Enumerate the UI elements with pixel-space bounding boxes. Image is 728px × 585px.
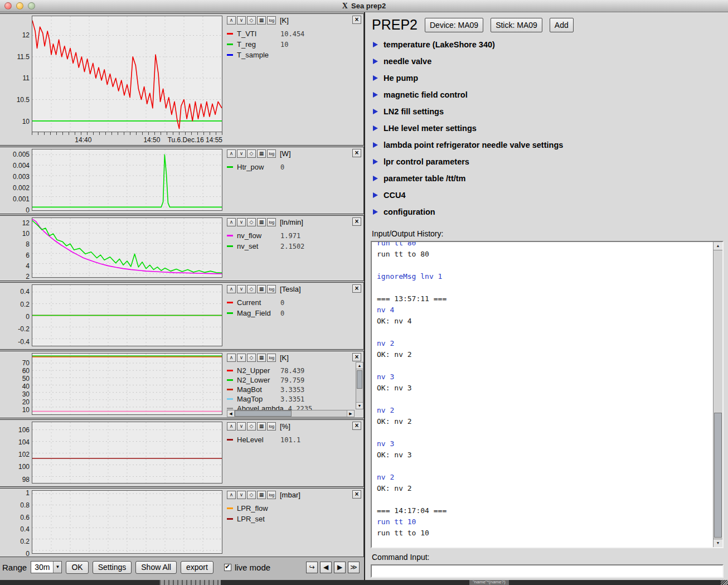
plot-area-heater[interactable]: [32, 149, 222, 211]
autoscale-icon[interactable]: ◇: [247, 285, 256, 293]
shift-down-icon[interactable]: ∨: [237, 16, 246, 25]
plot-area-temperature[interactable]: [32, 16, 222, 132]
close-chart-icon[interactable]: ×: [352, 149, 361, 157]
plot-area-he-level[interactable]: [32, 422, 222, 484]
scroll-up-icon[interactable]: ▲: [714, 242, 722, 250]
scroll-up-icon[interactable]: ▲: [356, 362, 363, 369]
range-select[interactable]: 30m ▼: [31, 561, 62, 573]
shift-down-icon[interactable]: ∨: [237, 218, 246, 226]
grid-icon[interactable]: ▦: [257, 491, 266, 499]
ok-button[interactable]: OK: [66, 561, 88, 574]
close-chart-icon[interactable]: ×: [352, 353, 361, 361]
shift-down-icon[interactable]: ∨: [237, 491, 246, 499]
legend-item[interactable]: HeLevel101.1: [227, 434, 361, 445]
legend-item[interactable]: N2_Lower79.759: [227, 375, 361, 385]
scroll-right-icon[interactable]: ▶: [347, 410, 354, 417]
shift-up-icon[interactable]: ∧: [227, 149, 236, 158]
settings-button[interactable]: Settings: [93, 561, 132, 574]
section-lhe-level-meter-settings[interactable]: LHe level meter settings: [371, 120, 724, 137]
io-history-content[interactable]: run tt 80run tt to 80 ignoreMsg lnv 1 ==…: [372, 241, 713, 547]
plot-area-cryo-temps[interactable]: [32, 353, 222, 415]
step-forward-icon[interactable]: ▶: [334, 562, 346, 573]
minimize-window-button[interactable]: [16, 2, 23, 9]
close-window-button[interactable]: [4, 2, 12, 9]
history-scrollbar[interactable]: ▲ ▼: [713, 242, 722, 547]
section-magnetic-field-control[interactable]: magnetic field control: [371, 86, 724, 103]
shift-up-icon[interactable]: ∧: [227, 354, 236, 362]
log-scale-icon[interactable]: log: [267, 354, 276, 362]
command-input[interactable]: [371, 564, 724, 578]
export-button[interactable]: export: [181, 561, 213, 574]
scrollbar-thumb[interactable]: [714, 413, 722, 538]
shift-up-icon[interactable]: ∧: [227, 218, 236, 226]
zoom-window-button[interactable]: [28, 2, 35, 9]
plot-area-magnet[interactable]: [32, 284, 222, 346]
section-ln2-fill-settings[interactable]: LN2 fill settings: [371, 103, 724, 120]
legend-item[interactable]: nv_set2.1502: [227, 241, 361, 252]
log-scale-icon[interactable]: log: [267, 16, 276, 25]
section-lambda-point-nv-settings[interactable]: lambda point refrigerator needle valve s…: [371, 137, 724, 153]
legend-item[interactable]: LPR_set: [227, 514, 361, 524]
legend-item[interactable]: Mag_Field0: [227, 308, 361, 318]
shift-up-icon[interactable]: ∧: [227, 16, 236, 25]
grid-icon[interactable]: ▦: [257, 285, 266, 293]
close-chart-icon[interactable]: ×: [352, 284, 361, 293]
plot-area-lpr[interactable]: [32, 490, 222, 554]
step-back-icon[interactable]: ◀: [320, 562, 332, 573]
legend-vertical-scrollbar[interactable]: ▲▼: [356, 362, 363, 409]
chevron-down-icon[interactable]: ▼: [53, 562, 61, 573]
show-all-button[interactable]: Show All: [135, 561, 177, 574]
shift-down-icon[interactable]: ∨: [237, 422, 246, 431]
live-mode-checkbox[interactable]: [224, 564, 231, 571]
shift-up-icon[interactable]: ∧: [227, 285, 236, 293]
scrollbar-thumb[interactable]: [357, 370, 362, 389]
section-parameter-table[interactable]: parameter table /tt/tm: [371, 170, 724, 187]
grid-icon[interactable]: ▦: [257, 149, 266, 158]
stick-button[interactable]: Stick: MA09: [491, 18, 542, 32]
legend-item[interactable]: T_VTI10.454: [227, 28, 361, 39]
shift-up-icon[interactable]: ∧: [227, 491, 236, 499]
shift-down-icon[interactable]: ∨: [237, 285, 246, 293]
legend-item[interactable]: MagTop3.3351: [227, 394, 361, 404]
resize-grip[interactable]: [721, 580, 728, 585]
plot-area-needle-valve[interactable]: [32, 217, 222, 278]
section-lpr-control-parameters[interactable]: lpr control parameters: [371, 153, 724, 170]
legend-item[interactable]: Current0: [227, 297, 361, 308]
scrollbar-thumb[interactable]: [235, 410, 292, 417]
grid-icon[interactable]: ▦: [257, 422, 266, 431]
log-scale-icon[interactable]: log: [267, 422, 276, 431]
close-chart-icon[interactable]: ×: [352, 490, 361, 499]
scroll-down-icon[interactable]: ▼: [356, 402, 363, 409]
skip-to-end-icon[interactable]: ≫: [348, 562, 360, 573]
scroll-left-icon[interactable]: ◀: [227, 410, 235, 417]
legend-horizontal-scrollbar[interactable]: ◀▶: [227, 410, 355, 417]
grid-icon[interactable]: ▦: [257, 218, 266, 226]
section-needle-valve[interactable]: needle valve: [371, 53, 724, 70]
log-scale-icon[interactable]: log: [267, 491, 276, 499]
legend-item[interactable]: LPR_flow: [227, 503, 361, 514]
legend-item[interactable]: N2_Upper78.439: [227, 366, 361, 375]
shift-up-icon[interactable]: ∧: [227, 422, 236, 431]
log-scale-icon[interactable]: log: [267, 218, 276, 226]
autoscale-icon[interactable]: ◇: [247, 354, 256, 362]
close-chart-icon[interactable]: ×: [352, 422, 361, 430]
legend-item[interactable]: MagBot3.3353: [227, 385, 361, 394]
scroll-down-icon[interactable]: ▼: [714, 539, 722, 547]
window-titlebar[interactable]: X Sea prep2: [0, 0, 728, 12]
autoscale-icon[interactable]: ◇: [247, 491, 256, 499]
add-button[interactable]: Add: [550, 18, 574, 32]
shift-down-icon[interactable]: ∨: [237, 354, 246, 362]
autoscale-icon[interactable]: ◇: [247, 149, 256, 158]
legend-item[interactable]: nv_flow1.971: [227, 230, 361, 241]
section-ccu4[interactable]: CCU4: [371, 187, 724, 204]
legend-item[interactable]: T_reg10: [227, 39, 361, 50]
jump-latest-icon[interactable]: ↪: [306, 562, 318, 573]
autoscale-icon[interactable]: ◇: [247, 218, 256, 226]
device-button[interactable]: Device: MA09: [425, 18, 483, 32]
log-scale-icon[interactable]: log: [267, 285, 276, 293]
log-scale-icon[interactable]: log: [267, 149, 276, 158]
close-chart-icon[interactable]: ×: [352, 217, 361, 226]
grid-icon[interactable]: ▦: [257, 16, 266, 25]
grid-icon[interactable]: ▦: [257, 354, 266, 362]
legend-item[interactable]: T_sample: [227, 50, 361, 60]
